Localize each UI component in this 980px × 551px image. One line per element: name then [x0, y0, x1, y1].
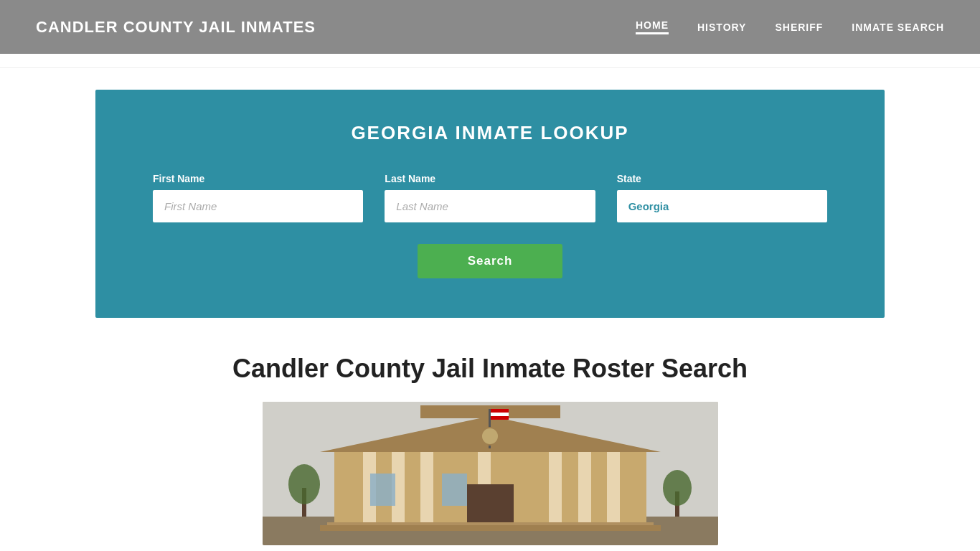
last-name-field-group: Last Name [385, 173, 595, 222]
courthouse-image [263, 402, 718, 545]
svg-rect-19 [491, 416, 509, 420]
main-content: Candler County Jail Inmate Roster Search [95, 339, 885, 545]
site-header: CANDLER COUNTY JAIL INMATES HOME HISTORY… [0, 0, 980, 54]
inmate-lookup-section: GEORGIA INMATE LOOKUP First Name Last Na… [95, 90, 885, 318]
nav-item-sheriff[interactable]: SHERIFF [775, 22, 823, 33]
svg-rect-12 [370, 474, 395, 506]
first-name-label: First Name [153, 173, 363, 184]
roster-search-title: Candler County Jail Inmate Roster Search [131, 354, 849, 384]
svg-rect-13 [442, 474, 467, 506]
svg-point-22 [288, 464, 320, 504]
svg-rect-18 [491, 413, 509, 416]
last-name-input[interactable] [385, 190, 595, 222]
first-name-input[interactable] [153, 190, 363, 222]
first-name-field-group: First Name [153, 173, 363, 222]
state-field-group: State [617, 173, 827, 222]
svg-point-24 [663, 470, 692, 506]
svg-rect-17 [491, 409, 509, 413]
nav-item-inmate-search[interactable]: INMATE SEARCH [852, 22, 944, 33]
search-fields-row: First Name Last Name State [153, 173, 827, 222]
state-label: State [617, 173, 827, 184]
site-title: CANDLER COUNTY JAIL INMATES [36, 18, 316, 37]
svg-rect-14 [467, 484, 514, 524]
last-name-label: Last Name [385, 173, 595, 184]
svg-rect-7 [420, 452, 433, 524]
search-btn-container: Search [153, 244, 827, 278]
nav-item-history[interactable]: HISTORY [697, 22, 746, 33]
state-input[interactable] [617, 190, 827, 222]
main-nav: HOME HISTORY SHERIFF INMATE SEARCH [636, 19, 944, 34]
search-button[interactable]: Search [418, 244, 563, 278]
sub-header-bar [0, 54, 980, 68]
nav-item-home[interactable]: HOME [636, 19, 669, 34]
svg-rect-9 [549, 452, 562, 524]
svg-rect-10 [578, 452, 591, 524]
svg-point-20 [481, 428, 499, 445]
svg-rect-26 [320, 525, 661, 531]
svg-rect-11 [607, 452, 620, 524]
lookup-title: GEORGIA INMATE LOOKUP [153, 122, 827, 144]
